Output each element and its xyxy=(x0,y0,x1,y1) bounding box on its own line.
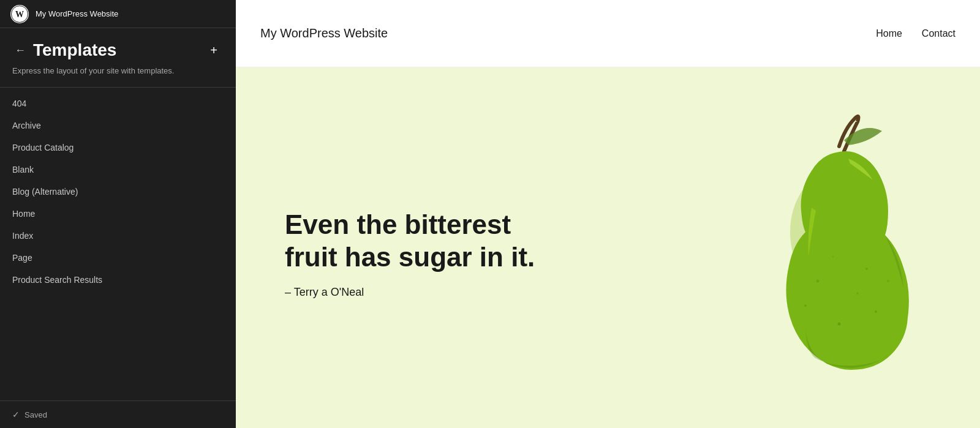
template-list-item[interactable]: Index xyxy=(0,225,236,247)
wp-logo-icon: W xyxy=(10,4,29,24)
sidebar-divider xyxy=(0,87,236,88)
svg-point-4 xyxy=(856,292,859,295)
saved-check-icon: ✓ xyxy=(12,410,20,419)
add-template-button[interactable]: + xyxy=(204,40,224,60)
add-icon: + xyxy=(210,44,217,56)
template-list-item[interactable]: Archive xyxy=(0,115,236,137)
templates-title: Templates xyxy=(33,40,204,60)
sidebar-description: Express the layout of your site with tem… xyxy=(0,65,236,87)
hero-section: Even the bitterest fruit has sugar in it… xyxy=(236,67,980,428)
template-list-item[interactable]: Product Search Results xyxy=(0,269,236,291)
svg-point-9 xyxy=(832,256,834,258)
hero-attribution: – Terry a O'Neal xyxy=(285,286,542,299)
template-list-item[interactable]: Product Catalog xyxy=(0,137,236,159)
pear-illustration xyxy=(698,110,980,428)
svg-point-8 xyxy=(887,280,889,282)
template-list-item[interactable]: Home xyxy=(0,203,236,225)
svg-point-10 xyxy=(865,268,868,270)
preview-site-title: My WordPress Website xyxy=(260,26,388,40)
sidebar-header: ← Templates + xyxy=(0,28,236,65)
svg-point-3 xyxy=(816,280,820,283)
back-arrow-icon: ← xyxy=(15,44,26,57)
preview-site-header: My WordPress Website Home Contact xyxy=(236,0,980,67)
template-list: 404ArchiveProduct CatalogBlankBlog (Alte… xyxy=(0,92,236,401)
template-list-item[interactable]: Page xyxy=(0,247,236,269)
svg-point-6 xyxy=(875,310,877,313)
nav-link-contact[interactable]: Contact xyxy=(922,28,956,39)
main-preview: My WordPress Website Home Contact Even t… xyxy=(236,0,980,428)
svg-point-5 xyxy=(838,323,841,326)
saved-label: Saved xyxy=(24,410,47,419)
nav-link-home[interactable]: Home xyxy=(876,28,902,39)
svg-point-7 xyxy=(804,304,807,307)
template-list-item[interactable]: 404 xyxy=(0,92,236,115)
hero-quote: Even the bitterest fruit has sugar in it… xyxy=(285,209,542,274)
back-button[interactable]: ← xyxy=(12,42,28,59)
template-list-item[interactable]: Blank xyxy=(0,159,236,181)
hero-image-container xyxy=(662,85,980,428)
sidebar-topbar: W My WordPress Website xyxy=(0,0,236,28)
topbar-site-name: My WordPress Website xyxy=(36,9,118,18)
hero-text: Even the bitterest fruit has sugar in it… xyxy=(285,209,542,299)
svg-text:W: W xyxy=(15,10,24,19)
template-list-item[interactable]: Blog (Alternative) xyxy=(0,181,236,203)
preview-nav: Home Contact xyxy=(876,28,956,39)
sidebar: W My WordPress Website ← Templates + Exp… xyxy=(0,0,236,428)
sidebar-footer: ✓ Saved xyxy=(0,400,236,428)
